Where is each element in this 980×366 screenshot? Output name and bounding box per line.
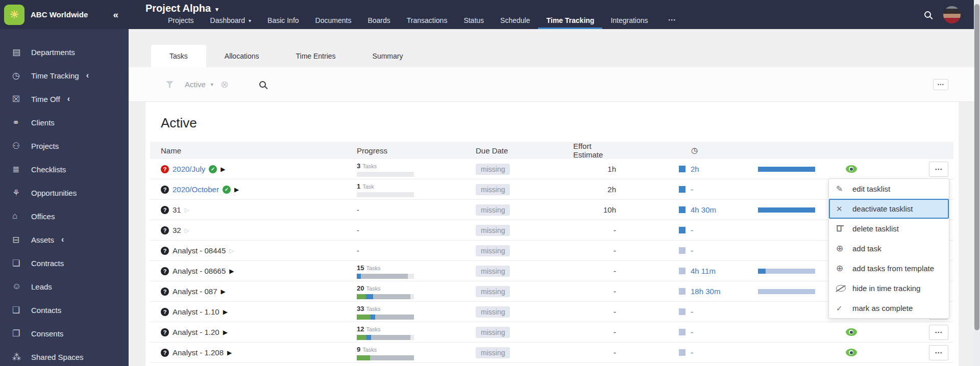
question-badge-icon[interactable] [161, 328, 169, 336]
play-icon[interactable] [223, 329, 228, 335]
chevron-left-icon[interactable] [61, 235, 64, 244]
sidebar-item[interactable]: ❑ Contacts [0, 298, 129, 322]
context-menu-item[interactable]: add task [829, 239, 949, 258]
question-badge-icon[interactable] [161, 186, 169, 194]
sidebar-item[interactable]: ◷ Time Tracking [0, 64, 129, 87]
tasklist-name[interactable]: 2020/July [173, 165, 205, 173]
tasklist-name[interactable]: 2020/October [173, 185, 219, 194]
sidebar-item[interactable]: ❐ Consents [0, 322, 129, 345]
column-header-due-date[interactable]: Due Date [476, 146, 573, 155]
tasklist-name[interactable]: Analyst - 08665 [173, 267, 226, 275]
tasklist-name[interactable]: Analyst - 087 [173, 287, 217, 296]
tasklist-name[interactable]: 32 [173, 226, 181, 234]
column-header-progress[interactable]: Progress [357, 146, 476, 155]
tracked-time-value[interactable]: - [691, 226, 693, 234]
tracked-time-value[interactable]: 2h [691, 165, 699, 173]
chevron-left-icon[interactable] [67, 94, 70, 103]
nav-tab[interactable]: Transactions [399, 16, 456, 29]
stopwatch-icon[interactable] [620, 146, 745, 155]
search-icon[interactable] [259, 81, 266, 88]
eye-icon[interactable] [846, 328, 857, 336]
project-title[interactable]: Project Alpha [145, 3, 924, 14]
context-menu-item[interactable]: add tasks from template [829, 258, 949, 278]
context-menu-item[interactable]: deactivate tasklist [829, 199, 949, 219]
sidebar-item[interactable]: ⊟ Assets [0, 228, 129, 251]
play-icon[interactable] [185, 207, 189, 213]
nav-tab[interactable]: Time Tracking [538, 16, 602, 29]
play-icon[interactable] [185, 227, 189, 233]
tracked-time-value[interactable]: - [691, 307, 693, 316]
subtab[interactable]: Time Entries [278, 45, 354, 67]
chevron-left-icon[interactable] [86, 71, 89, 80]
question-badge-icon[interactable] [161, 349, 169, 357]
nav-tab[interactable] [656, 15, 684, 29]
subtab[interactable]: Tasks [151, 45, 206, 67]
question-badge-icon[interactable] [161, 308, 169, 316]
tracked-time-value[interactable]: 4h 11m [691, 267, 716, 275]
column-header-effort[interactable]: Effort Estimate [573, 142, 620, 159]
vertical-scrollbar[interactable] [974, 0, 980, 366]
eye-icon[interactable] [846, 165, 857, 173]
play-icon[interactable] [234, 187, 239, 193]
play-icon[interactable] [229, 248, 234, 254]
sidebar-item[interactable]: ❏ Contracts [0, 251, 129, 275]
tracked-time-value[interactable]: - [691, 185, 693, 194]
nav-tab[interactable]: Status [455, 16, 492, 29]
row-more-button[interactable] [929, 345, 948, 360]
sidebar-item[interactable]: ⌂ Offices [0, 204, 129, 228]
scrollbar-thumb[interactable] [974, 4, 979, 330]
context-menu-item[interactable]: edit tasklist [829, 179, 949, 199]
play-icon[interactable] [220, 166, 225, 172]
search-icon[interactable] [924, 11, 931, 18]
company-logo[interactable]: ☀ [4, 5, 24, 25]
question-badge-icon[interactable] [161, 226, 169, 234]
chevron-down-icon[interactable] [211, 82, 213, 87]
tasklist-name[interactable]: Analyst - 08445 [173, 246, 226, 255]
context-menu-item[interactable]: hide in time tracking [829, 278, 949, 298]
column-header-name[interactable]: Name [150, 146, 357, 155]
filter-value[interactable]: Active [185, 80, 206, 89]
nav-tab[interactable]: Schedule [492, 16, 538, 29]
tracked-time-value[interactable]: - [691, 328, 693, 336]
tasklist-name[interactable]: 31 [173, 205, 181, 214]
tracked-time-value[interactable]: 18h 30m [691, 287, 720, 296]
question-badge-icon[interactable] [161, 165, 169, 173]
filter-icon[interactable] [166, 81, 174, 88]
tracked-time-value[interactable]: - [691, 348, 693, 357]
sidebar-item[interactable]: ☒ Time Off [0, 87, 129, 111]
nav-tab[interactable]: Integrations [602, 16, 656, 29]
row-more-button[interactable] [929, 325, 948, 340]
tracked-time-value[interactable]: 4h 30m [691, 205, 716, 214]
avatar[interactable] [943, 6, 961, 23]
nav-tab[interactable]: Boards [359, 16, 398, 29]
question-badge-icon[interactable] [161, 206, 169, 214]
sidebar-item[interactable]: ⁂ Shared Spaces [0, 345, 129, 366]
context-menu-item[interactable]: mark as complete [829, 298, 949, 318]
play-icon[interactable] [229, 268, 234, 274]
tasklist-name[interactable]: Analyst - 1.20 [173, 328, 219, 336]
question-badge-icon[interactable] [161, 287, 169, 296]
context-menu-item[interactable]: delete tasklist [829, 219, 949, 239]
sidebar-item[interactable]: ☺ Leads [0, 275, 129, 298]
collapse-sidebar-icon[interactable] [113, 9, 118, 20]
eye-icon[interactable] [846, 349, 857, 356]
subtab[interactable]: Summary [354, 45, 422, 67]
nav-tab[interactable]: Projects [160, 16, 202, 29]
nav-tab[interactable]: Documents [307, 16, 360, 29]
tasklist-name[interactable]: Analyst - 1.10 [173, 307, 219, 316]
sidebar-item[interactable]: ⚇ Projects [0, 134, 129, 158]
filter-more-button[interactable] [933, 79, 948, 90]
tasklist-name[interactable]: Analyst - 1.208 [173, 348, 224, 357]
tracked-time-value[interactable]: - [691, 246, 693, 255]
subtab[interactable]: Allocations [206, 45, 278, 67]
play-icon[interactable] [227, 350, 232, 356]
nav-tab[interactable]: Dashboard [202, 16, 260, 29]
sidebar-item[interactable]: ≣ Checklists [0, 158, 129, 181]
sidebar-item[interactable]: ⚭ Clients [0, 111, 129, 134]
sidebar-item[interactable]: ▤ Departments [0, 40, 129, 64]
question-badge-icon[interactable] [161, 247, 169, 255]
clear-filter-icon[interactable] [220, 80, 229, 89]
question-badge-icon[interactable] [161, 267, 169, 275]
row-more-button[interactable] [929, 162, 948, 177]
nav-tab[interactable]: Basic Info [259, 16, 307, 29]
